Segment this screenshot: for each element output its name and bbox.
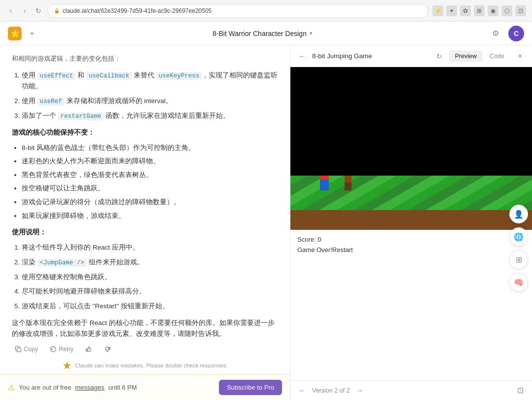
code-useCallback: useCallback (86, 72, 132, 80)
address-bar[interactable]: 🔒 claude.ai/chat/62e32499-7d59-41fe-ac9c… (47, 4, 428, 18)
free-tier-left: ⚠ You are out of free messages until 6 P… (8, 383, 137, 392)
panel-expand-button[interactable]: ⊡ (514, 385, 526, 397)
toolbar-ext-4[interactable]: ⊞ (474, 5, 485, 16)
message-actions: Copy Retry (0, 340, 290, 359)
messages-link[interactable]: messages (75, 384, 105, 391)
list-item: 使用空格键来控制角色跳跃。 (22, 272, 278, 283)
character-body (320, 180, 329, 190)
sky-area (290, 67, 532, 176)
steps-list: 使用 useEffect 和 useCallback 来替代 useKeyPre… (12, 70, 278, 121)
warning-icon: ⚠ (8, 383, 15, 392)
subscribe-button[interactable]: Subscribe to Pro (219, 380, 282, 395)
feature-item: 8-bit 风格的蓝色战士（带红色头部）作为可控制的主角。 (22, 143, 278, 153)
game-preview: Score: 0 Game Over!Restart (290, 67, 532, 380)
new-chat-button[interactable]: + (27, 28, 37, 39)
feature-item: 游戏会记录玩家的得分（成功跳过的障碍物数量）。 (22, 197, 278, 208)
panel-back-icon: ← (298, 52, 306, 61)
panel-nav-forward-button[interactable]: → (354, 385, 365, 397)
right-panel: ← 8-bit Jumping Game ↻ Preview Code × (290, 45, 532, 400)
features-title: 游戏的核心功能保持不变： (12, 127, 278, 139)
code-useEffect: useEffect (37, 72, 76, 80)
toolbar-ext-2[interactable]: ✦ (446, 5, 457, 16)
list-item: 游戏结束后，可以点击 "Restart" 按钮重新开始。 (22, 301, 278, 312)
tab-code[interactable]: Code (484, 50, 510, 62)
obstacle-top (345, 176, 352, 182)
retry-icon (50, 346, 57, 353)
toolbar-ext-5[interactable]: ◉ (488, 5, 498, 16)
toolbar-ext-6[interactable]: ⬡ (501, 5, 512, 16)
feature-item: 按空格键可以让主角跳跃。 (22, 183, 278, 194)
lock-icon: 🔒 (54, 8, 60, 13)
free-tier-text-after: until 6 PM (108, 384, 137, 391)
grass-layer (290, 176, 532, 210)
closing-text: 这个版本现在完全依赖于 React 的核心功能，不需要任何额外的库。如果你需要进… (12, 318, 278, 340)
free-tier-warning: ⚠ You are out of free messages until 6 P… (0, 374, 290, 400)
feature-item: 黑色背景代表夜空，绿色渐变代表表树丛。 (22, 170, 278, 181)
float-expand-button[interactable]: ⊞ (509, 250, 528, 269)
url-text: claude.ai/chat/62e32499-7d59-41fe-ac9c-2… (63, 7, 212, 14)
chevron-down-icon[interactable]: ▾ (310, 30, 313, 36)
header-left: 🌟 + (8, 27, 37, 40)
code-useKeyPress: useKeyPress (156, 72, 202, 80)
chat-scroll[interactable]: 和相同的游戏逻辑，主要的变化包括： 使用 useEffect 和 useCall… (0, 45, 290, 340)
chat-panel: 和相同的游戏逻辑，主要的变化包括： 使用 useEffect 和 useCall… (0, 45, 290, 400)
obstacle-bottom (345, 182, 352, 190)
disclaimer-text: Claude can make mistakes. Please double … (75, 363, 228, 368)
disclaimer-row: Claude can make mistakes. Please double … (0, 359, 290, 374)
copy-button[interactable]: Copy (12, 344, 41, 355)
character-head (320, 176, 329, 180)
dirt-layer (290, 210, 532, 230)
header-right: ⚙ C (488, 26, 524, 41)
panel-header: ← 8-bit Jumping Game ↻ Preview Code × (290, 45, 532, 67)
usage-list: 将这个组件导入到你的 React 应用中。 渲染 <JumpGame /> 组件… (12, 242, 278, 311)
panel-refresh-button[interactable]: ↻ (433, 50, 445, 62)
player-character (320, 176, 329, 190)
panel-title: 8-bit Jumping Game (312, 52, 429, 60)
chat-message: 和相同的游戏逻辑，主要的变化包括： 使用 useEffect 和 useCall… (12, 53, 278, 340)
settings-button[interactable]: ⚙ (488, 26, 503, 41)
panel-nav-back-button[interactable]: ← (296, 385, 308, 397)
copy-icon (15, 346, 22, 353)
retry-label: Retry (59, 346, 73, 353)
header-center: 8-Bit Warrior Character Design ▾ (213, 30, 313, 37)
thumbs-down-icon (104, 346, 111, 353)
panel-back-button[interactable]: ← (296, 50, 308, 62)
intro-text: 和相同的游戏逻辑，主要的变化包括： (12, 53, 278, 64)
toolbar-ext-7[interactable]: ⊡ (515, 5, 526, 16)
thumbs-up-icon (85, 346, 92, 353)
new-chat-icon: + (30, 29, 34, 38)
toolbar-ext-3[interactable]: ✿ (460, 5, 471, 16)
feature-item: 迷彩色的火柴人作为不断迎面而来的障碍物。 (22, 156, 278, 167)
browser-refresh-btn[interactable]: ↻ (34, 6, 43, 16)
thumbs-down-button[interactable] (101, 344, 114, 355)
float-translate-button[interactable]: 🌐 (509, 227, 528, 246)
usage-title: 使用说明： (12, 227, 278, 238)
list-item: 添加了一个 restartGame 函数，允许玩家在游戏结束后重新开始。 (22, 110, 278, 121)
browser-bar: ‹ › ↻ 🔒 claude.ai/chat/62e32499-7d59-41f… (0, 0, 532, 22)
browser-back-btn[interactable]: ‹ (6, 6, 16, 16)
list-item: 使用 useEffect 和 useCallback 来替代 useKeyPre… (22, 70, 278, 92)
float-brain-button[interactable]: 🧠 (509, 273, 528, 291)
panel-version-text: Version 2 of 2 (312, 387, 350, 394)
app-logo: 🌟 (8, 27, 22, 40)
list-item: 将这个组件导入到你的 React 应用中。 (22, 242, 278, 253)
chat-bottom: Claude can make mistakes. Please double … (0, 359, 290, 374)
ground-area (290, 176, 532, 230)
free-tier-text-before: You are out of free (19, 384, 71, 391)
game-canvas (290, 67, 532, 230)
browser-forward-btn[interactable]: › (20, 6, 30, 16)
user-avatar: C (508, 26, 524, 41)
svg-rect-0 (17, 348, 21, 352)
tab-preview[interactable]: Preview (449, 50, 483, 62)
logo-emoji: 🌟 (11, 30, 19, 37)
panel-close-button[interactable]: × (514, 50, 526, 62)
main-content: 和相同的游戏逻辑，主要的变化包括： 使用 useEffect 和 useCall… (0, 45, 532, 400)
panel-bottom-nav: ← Version 2 of 2 → ⊡ (290, 380, 532, 400)
toolbar-ext-1[interactable]: ⚡ (432, 5, 443, 16)
game-over-text: Game Over!Restart (297, 245, 525, 255)
list-item: 尽可能长时间地避开障碍物来获得高分。 (22, 286, 278, 297)
float-avatar-button[interactable]: 👤 (509, 205, 528, 223)
retry-button[interactable]: Retry (47, 344, 76, 355)
features-list: 8-bit 风格的蓝色战士（带红色头部）作为可控制的主角。 迷彩色的火柴人作为不… (12, 143, 278, 221)
thumbs-up-button[interactable] (82, 344, 95, 355)
